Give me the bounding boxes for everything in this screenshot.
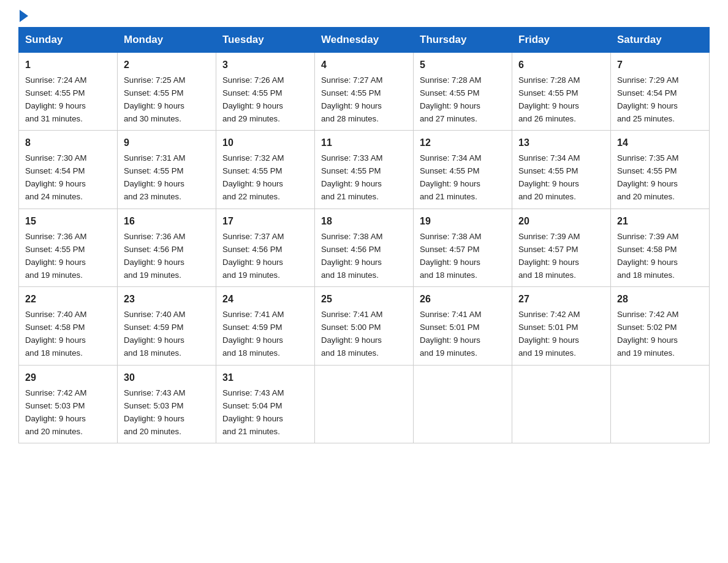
calendar-cell: 7 Sunrise: 7:29 AMSunset: 4:54 PMDayligh… [611, 53, 710, 131]
day-number: 21 [617, 214, 703, 229]
calendar-cell: 10 Sunrise: 7:32 AMSunset: 4:55 PMDaylig… [216, 131, 315, 209]
calendar-cell: 27 Sunrise: 7:42 AMSunset: 5:01 PMDaylig… [512, 287, 611, 365]
day-info: Sunrise: 7:42 AMSunset: 5:03 PMDaylight:… [25, 388, 86, 436]
day-info: Sunrise: 7:34 AMSunset: 4:55 PMDaylight:… [518, 153, 580, 201]
calendar-table: SundayMondayTuesdayWednesdayThursdayFrid… [18, 27, 710, 443]
day-header-row: SundayMondayTuesdayWednesdayThursdayFrid… [19, 28, 710, 53]
day-of-week-tuesday: Tuesday [216, 28, 315, 53]
day-info: Sunrise: 7:25 AMSunset: 4:55 PMDaylight:… [124, 75, 185, 123]
day-info: Sunrise: 7:33 AMSunset: 4:55 PMDaylight:… [321, 153, 382, 201]
day-number: 16 [124, 214, 210, 229]
calendar-cell: 23 Sunrise: 7:40 AMSunset: 4:59 PMDaylig… [118, 287, 216, 365]
day-number: 12 [420, 136, 506, 151]
calendar-cell: 28 Sunrise: 7:42 AMSunset: 5:02 PMDaylig… [611, 287, 710, 365]
day-number: 5 [420, 58, 506, 73]
week-row-2: 8 Sunrise: 7:30 AMSunset: 4:54 PMDayligh… [19, 131, 710, 209]
week-row-4: 22 Sunrise: 7:40 AMSunset: 4:58 PMDaylig… [19, 287, 710, 365]
day-info: Sunrise: 7:24 AMSunset: 4:55 PMDaylight:… [25, 75, 86, 123]
day-number: 27 [518, 292, 604, 307]
day-of-week-sunday: Sunday [19, 28, 118, 53]
day-info: Sunrise: 7:41 AMSunset: 5:01 PMDaylight:… [420, 310, 481, 358]
calendar-cell: 20 Sunrise: 7:39 AMSunset: 4:57 PMDaylig… [512, 209, 611, 286]
calendar-header: SundayMondayTuesdayWednesdayThursdayFrid… [19, 28, 710, 53]
calendar-cell: 21 Sunrise: 7:39 AMSunset: 4:58 PMDaylig… [611, 209, 710, 286]
calendar-cell: 17 Sunrise: 7:37 AMSunset: 4:56 PMDaylig… [216, 209, 315, 286]
calendar-body: 1 Sunrise: 7:24 AMSunset: 4:55 PMDayligh… [19, 53, 710, 443]
day-number: 11 [321, 136, 407, 151]
day-number: 18 [321, 214, 407, 229]
day-info: Sunrise: 7:42 AMSunset: 5:01 PMDaylight:… [518, 310, 580, 358]
calendar-cell: 14 Sunrise: 7:35 AMSunset: 4:55 PMDaylig… [611, 131, 710, 209]
calendar-cell: 26 Sunrise: 7:41 AMSunset: 5:01 PMDaylig… [414, 287, 512, 365]
day-number: 28 [617, 292, 703, 307]
day-number: 6 [518, 58, 604, 73]
calendar-cell: 16 Sunrise: 7:36 AMSunset: 4:56 PMDaylig… [118, 209, 216, 286]
day-number: 30 [124, 370, 210, 386]
day-number: 15 [25, 214, 111, 229]
calendar-cell: 3 Sunrise: 7:26 AMSunset: 4:55 PMDayligh… [216, 53, 315, 131]
day-info: Sunrise: 7:40 AMSunset: 4:58 PMDaylight:… [25, 310, 86, 358]
calendar-cell: 30 Sunrise: 7:43 AMSunset: 5:03 PMDaylig… [118, 365, 216, 443]
day-of-week-thursday: Thursday [414, 28, 512, 53]
day-number: 20 [518, 214, 604, 229]
day-info: Sunrise: 7:38 AMSunset: 4:56 PMDaylight:… [321, 232, 382, 280]
day-info: Sunrise: 7:31 AMSunset: 4:55 PMDaylight:… [124, 153, 185, 201]
day-info: Sunrise: 7:36 AMSunset: 4:55 PMDaylight:… [25, 232, 86, 280]
day-info: Sunrise: 7:41 AMSunset: 4:59 PMDaylight:… [222, 310, 284, 358]
day-info: Sunrise: 7:26 AMSunset: 4:55 PMDaylight:… [222, 75, 284, 123]
calendar-cell [315, 365, 414, 443]
calendar-cell: 13 Sunrise: 7:34 AMSunset: 4:55 PMDaylig… [512, 131, 611, 209]
day-of-week-monday: Monday [118, 28, 216, 53]
day-info: Sunrise: 7:29 AMSunset: 4:54 PMDaylight:… [617, 75, 678, 123]
day-info: Sunrise: 7:39 AMSunset: 4:58 PMDaylight:… [617, 232, 678, 280]
calendar-cell: 4 Sunrise: 7:27 AMSunset: 4:55 PMDayligh… [315, 53, 414, 131]
day-info: Sunrise: 7:43 AMSunset: 5:04 PMDaylight:… [222, 388, 284, 436]
week-row-3: 15 Sunrise: 7:36 AMSunset: 4:55 PMDaylig… [19, 209, 710, 286]
day-number: 14 [617, 136, 703, 151]
calendar-cell: 29 Sunrise: 7:42 AMSunset: 5:03 PMDaylig… [19, 365, 118, 443]
calendar-cell: 5 Sunrise: 7:28 AMSunset: 4:55 PMDayligh… [414, 53, 512, 131]
calendar-cell: 18 Sunrise: 7:38 AMSunset: 4:56 PMDaylig… [315, 209, 414, 286]
day-of-week-saturday: Saturday [611, 28, 710, 53]
calendar-cell: 1 Sunrise: 7:24 AMSunset: 4:55 PMDayligh… [19, 53, 118, 131]
day-number: 24 [222, 292, 308, 307]
day-of-week-friday: Friday [512, 28, 611, 53]
day-info: Sunrise: 7:28 AMSunset: 4:55 PMDaylight:… [518, 75, 580, 123]
day-info: Sunrise: 7:39 AMSunset: 4:57 PMDaylight:… [518, 232, 580, 280]
day-info: Sunrise: 7:35 AMSunset: 4:55 PMDaylight:… [617, 153, 678, 201]
calendar-cell: 9 Sunrise: 7:31 AMSunset: 4:55 PMDayligh… [118, 131, 216, 209]
day-number: 22 [25, 292, 111, 307]
page-header [18, 12, 710, 21]
day-info: Sunrise: 7:43 AMSunset: 5:03 PMDaylight:… [124, 388, 185, 436]
day-number: 29 [25, 370, 111, 386]
day-of-week-wednesday: Wednesday [315, 28, 414, 53]
day-number: 23 [124, 292, 210, 307]
day-info: Sunrise: 7:38 AMSunset: 4:57 PMDaylight:… [420, 232, 481, 280]
day-number: 3 [222, 58, 308, 73]
day-info: Sunrise: 7:28 AMSunset: 4:55 PMDaylight:… [420, 75, 481, 123]
calendar-cell: 22 Sunrise: 7:40 AMSunset: 4:58 PMDaylig… [19, 287, 118, 365]
calendar-cell: 15 Sunrise: 7:36 AMSunset: 4:55 PMDaylig… [19, 209, 118, 286]
day-number: 25 [321, 292, 407, 307]
day-info: Sunrise: 7:37 AMSunset: 4:56 PMDaylight:… [222, 232, 284, 280]
day-number: 1 [25, 58, 111, 73]
day-info: Sunrise: 7:40 AMSunset: 4:59 PMDaylight:… [124, 310, 185, 358]
day-number: 26 [420, 292, 506, 307]
day-number: 9 [124, 136, 210, 151]
day-info: Sunrise: 7:41 AMSunset: 5:00 PMDaylight:… [321, 310, 382, 358]
calendar-cell: 19 Sunrise: 7:38 AMSunset: 4:57 PMDaylig… [414, 209, 512, 286]
day-number: 19 [420, 214, 506, 229]
day-number: 4 [321, 58, 407, 73]
week-row-5: 29 Sunrise: 7:42 AMSunset: 5:03 PMDaylig… [19, 365, 710, 443]
calendar-cell: 24 Sunrise: 7:41 AMSunset: 4:59 PMDaylig… [216, 287, 315, 365]
logo-triangle-icon [20, 10, 28, 22]
day-info: Sunrise: 7:36 AMSunset: 4:56 PMDaylight:… [124, 232, 185, 280]
calendar-cell [414, 365, 512, 443]
logo [18, 12, 28, 21]
week-row-1: 1 Sunrise: 7:24 AMSunset: 4:55 PMDayligh… [19, 53, 710, 131]
day-number: 10 [222, 136, 308, 151]
day-number: 31 [222, 370, 308, 386]
day-info: Sunrise: 7:34 AMSunset: 4:55 PMDaylight:… [420, 153, 481, 201]
day-number: 13 [518, 136, 604, 151]
calendar-cell: 31 Sunrise: 7:43 AMSunset: 5:04 PMDaylig… [216, 365, 315, 443]
